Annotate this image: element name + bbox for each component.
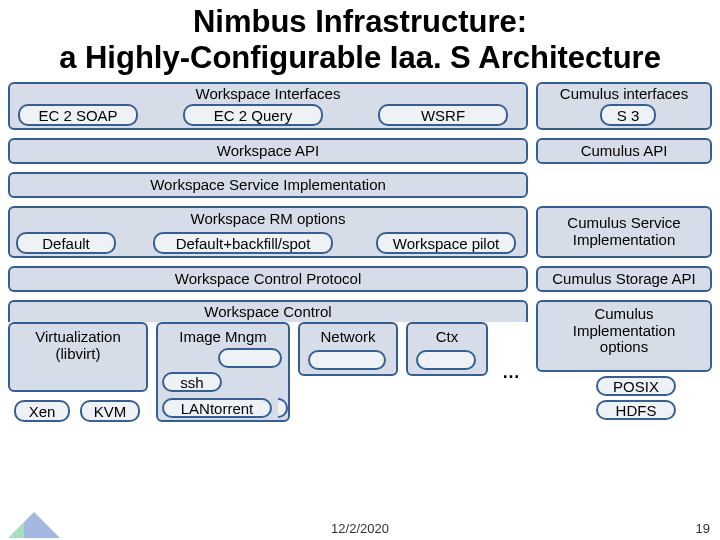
footer-date: 12/2/2020: [0, 521, 720, 536]
cumulus-impl-l1: Cumulus: [594, 305, 653, 322]
ws-control-box: Workspace Control: [8, 300, 528, 322]
hdfs-pill: HDFS: [596, 400, 676, 420]
image-mgmt-label: Image Mngm: [158, 328, 288, 345]
cumulus-interfaces-label: Cumulus interfaces: [538, 85, 710, 102]
cumulus-storage-api-box: Cumulus Storage API: [536, 266, 712, 292]
default-pill: Default: [16, 232, 116, 254]
network-empty-pill: [308, 350, 386, 370]
kvm-pill: KVM: [80, 400, 140, 422]
ec2-soap-pill: EC 2 SOAP: [18, 104, 138, 126]
ws-rm-options-label: Workspace RM options: [10, 210, 526, 227]
cumulus-impl-l3: options: [600, 338, 648, 355]
xen-pill: Xen: [14, 400, 70, 422]
ws-service-impl-box: Workspace Service Implementation: [8, 172, 528, 198]
default-backfill-pill: Default+backfill/spot: [153, 232, 333, 254]
title-line1: Nimbus Infrastructure:: [193, 4, 527, 39]
posix-pill: POSIX: [596, 376, 676, 396]
virt-l1: Virtualization: [35, 328, 121, 345]
s3-pill: S 3: [600, 104, 656, 126]
virt-l2: (libvirt): [56, 345, 101, 362]
workspace-api-box: Workspace API: [8, 138, 528, 164]
wsrf-pill: WSRF: [378, 104, 508, 126]
ctx-label: Ctx: [408, 328, 486, 345]
cumulus-api-label: Cumulus API: [538, 142, 710, 159]
virtualization-box: Virtualization (libvirt): [8, 322, 148, 392]
footer-page: 19: [696, 521, 710, 536]
ws-ctrl-protocol-box: Workspace Control Protocol: [8, 266, 528, 292]
workspace-interfaces-label: Workspace Interfaces: [10, 85, 526, 102]
image-mgmt-empty-pill: [218, 348, 282, 368]
lantorrent-pill: LANtorrent: [162, 398, 272, 418]
cumulus-service-impl-box: Cumulus Service Implementation: [536, 206, 712, 258]
ws-ctrl-protocol-label: Workspace Control Protocol: [10, 270, 526, 287]
cumulus-api-box: Cumulus API: [536, 138, 712, 164]
ws-service-impl-label: Workspace Service Implementation: [10, 176, 526, 193]
network-label: Network: [300, 328, 396, 345]
cumulus-service-impl-l2: Implementation: [573, 231, 676, 248]
ctx-empty-pill: [416, 350, 476, 370]
cumulus-impl-opts-box: Cumulus Implementation options: [536, 300, 712, 372]
ellipsis: …: [502, 362, 520, 383]
ec2-query-pill: EC 2 Query: [183, 104, 323, 126]
ssh-pill: ssh: [162, 372, 222, 392]
cumulus-impl-l2: Implementation: [573, 322, 676, 339]
ws-pilot-pill: Workspace pilot: [376, 232, 516, 254]
cumulus-service-impl-l1: Cumulus Service: [567, 214, 680, 231]
cumulus-storage-api-label: Cumulus Storage API: [538, 270, 710, 287]
title-line2: a Highly-Configurable Iaa. S Architectur…: [59, 40, 661, 75]
workspace-api-label: Workspace API: [10, 142, 526, 159]
ws-control-label: Workspace Control: [10, 303, 526, 320]
